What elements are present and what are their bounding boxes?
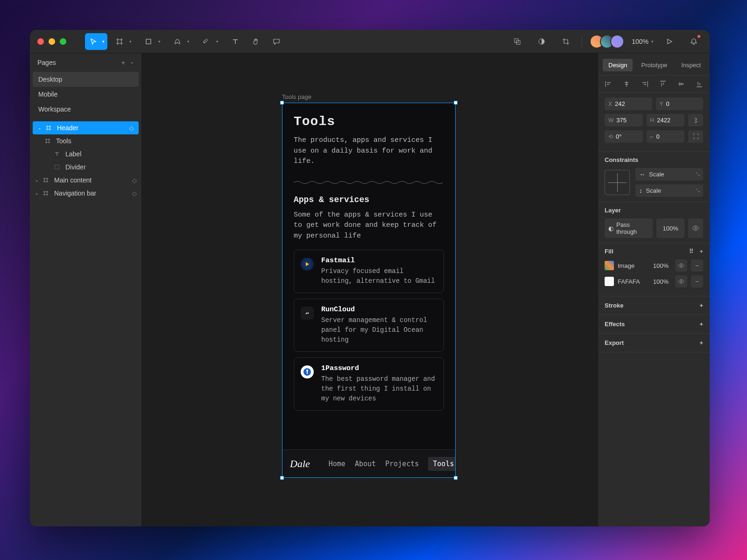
page-item-mobile[interactable]: Mobile (30, 87, 141, 102)
layer-label-item[interactable]: Label (30, 147, 141, 161)
nav-link-projects[interactable]: Projects (385, 460, 419, 468)
tab-inspect[interactable]: Inspect (676, 59, 706, 71)
align-bottom-icon[interactable] (696, 80, 703, 88)
frame-icon (43, 177, 50, 183)
vertical-icon: ↕ (639, 187, 642, 194)
present-button[interactable] (661, 33, 678, 50)
constraint-h-select[interactable]: ↔ Scale (635, 168, 703, 181)
layer-divider-item[interactable]: Divider (30, 161, 141, 174)
add-page-icon[interactable]: + (121, 59, 125, 66)
notifications-icon[interactable] (685, 33, 702, 50)
component-icon[interactable]: ◇ (129, 125, 134, 132)
close-window[interactable] (37, 38, 44, 45)
fill-label[interactable]: FAFAFA (618, 276, 644, 287)
chevron-down-icon[interactable]: ⌄ (37, 126, 42, 130)
component-icon[interactable]: ◇ (132, 177, 137, 184)
effects-section[interactable]: Effects + (598, 315, 710, 334)
page-title: Tools (294, 114, 444, 129)
layer-navigation-bar[interactable]: ⌄ Navigation bar ◇ (30, 187, 141, 200)
y-field[interactable]: Y0 (656, 98, 704, 110)
visibility-icon[interactable] (675, 259, 687, 272)
card-title: Fastmail (321, 257, 437, 265)
layer-tools[interactable]: Tools (30, 134, 141, 147)
horizontal-icon: ↔ (639, 171, 645, 178)
transform-section: X242 Y0 W375 H2422 ⟲0° ⌐0 ⛶ (598, 93, 710, 152)
nav-link-about[interactable]: About (355, 460, 376, 468)
pen-tool[interactable] (169, 33, 186, 50)
shape-tool[interactable] (140, 33, 157, 50)
maximize-window[interactable] (60, 38, 66, 45)
align-right-icon[interactable] (641, 80, 648, 88)
radius-field[interactable]: ⌐0 (647, 130, 685, 143)
h-field[interactable]: H2422 (647, 114, 685, 126)
frame-tool[interactable] (111, 33, 128, 50)
constraint-v-select[interactable]: ↕ Scale (635, 184, 703, 197)
w-field[interactable]: W375 (605, 114, 643, 126)
contrast-icon[interactable] (533, 33, 550, 50)
canvas[interactable]: Tools page Tools The products, apps and … (142, 53, 598, 526)
add-stroke-icon[interactable]: + (699, 302, 703, 309)
nav-link-home[interactable]: Home (329, 460, 345, 468)
page-item-workspace[interactable]: Workspace (30, 102, 141, 117)
constraint-target[interactable] (605, 170, 630, 195)
tab-prototype[interactable]: Prototype (635, 59, 673, 71)
selection-handle[interactable] (454, 476, 458, 480)
tab-design[interactable]: Design (603, 59, 633, 71)
chevron-right-icon[interactable]: ⌄ (35, 191, 39, 196)
layer-opacity-field[interactable]: 100% (656, 218, 684, 238)
x-field[interactable]: X242 (605, 98, 652, 110)
constrain-proportions-icon[interactable] (688, 114, 703, 126)
move-tool[interactable] (85, 33, 107, 50)
selection-handle[interactable] (280, 101, 284, 105)
fill-opacity[interactable]: 100% (648, 260, 671, 271)
independent-corners-icon[interactable]: ⛶ (688, 130, 703, 143)
layer-main-content[interactable]: ⌄ Main content ◇ (30, 174, 141, 187)
layer-header[interactable]: ⌄ Header ◇ (33, 121, 139, 134)
zoom-control[interactable]: 100% ▾ (632, 38, 654, 45)
selection-handle[interactable] (454, 101, 458, 105)
add-export-icon[interactable]: + (699, 339, 703, 346)
selection-handle[interactable] (280, 476, 284, 480)
comment-tool[interactable] (268, 33, 285, 50)
left-panel: Pages + ⌄ Desktop Mobile Workspace ⌄ Hea… (30, 53, 142, 526)
blend-mode-select[interactable]: ◐ Pass through (605, 218, 653, 238)
align-vcenter-icon[interactable] (677, 80, 685, 88)
align-left-icon[interactable] (605, 80, 612, 88)
collaborator-avatars[interactable] (590, 35, 624, 49)
minimize-window[interactable] (49, 38, 55, 45)
add-effect-icon[interactable]: + (699, 321, 703, 328)
svg-point-10 (680, 280, 682, 282)
fill-swatch-image[interactable] (605, 261, 614, 270)
pages-header: Pages + ⌄ (30, 53, 141, 72)
pages-chevron-icon[interactable]: ⌄ (130, 59, 134, 66)
align-hcenter-icon[interactable] (623, 80, 630, 88)
fill-label[interactable]: Image (618, 260, 644, 271)
avatar[interactable] (610, 35, 624, 49)
svg-point-9 (680, 265, 682, 266)
pencil-tool[interactable] (198, 33, 215, 50)
nav-link-tools[interactable]: Tools (428, 457, 456, 471)
fill-style-icon[interactable]: ⠿ (689, 248, 694, 255)
visibility-icon[interactable] (688, 218, 703, 238)
add-fill-icon[interactable]: + (699, 248, 703, 255)
brand-logo[interactable]: Dale (290, 458, 310, 470)
mask-icon[interactable] (509, 33, 526, 50)
fill-swatch-color[interactable] (605, 277, 614, 286)
frame-tools-page[interactable]: Tools The products, apps and services I … (282, 103, 456, 478)
fill-opacity[interactable]: 100% (648, 276, 671, 287)
export-section[interactable]: Export + (598, 334, 710, 352)
chevron-right-icon[interactable]: ⌄ (35, 178, 39, 182)
component-icon[interactable]: ◇ (132, 190, 137, 197)
text-tool[interactable] (227, 33, 244, 50)
rotation-field[interactable]: ⟲0° (605, 130, 643, 143)
visibility-icon[interactable] (675, 275, 687, 287)
stroke-section[interactable]: Stroke + (598, 296, 710, 315)
crop-icon[interactable] (557, 33, 574, 50)
frame-label[interactable]: Tools page (282, 93, 311, 100)
remove-fill-icon[interactable]: − (691, 275, 703, 287)
align-top-icon[interactable] (659, 80, 667, 88)
page-item-desktop[interactable]: Desktop (33, 72, 139, 87)
hand-tool[interactable] (247, 33, 264, 50)
frame-icon (43, 190, 50, 196)
remove-fill-icon[interactable]: − (691, 259, 703, 272)
